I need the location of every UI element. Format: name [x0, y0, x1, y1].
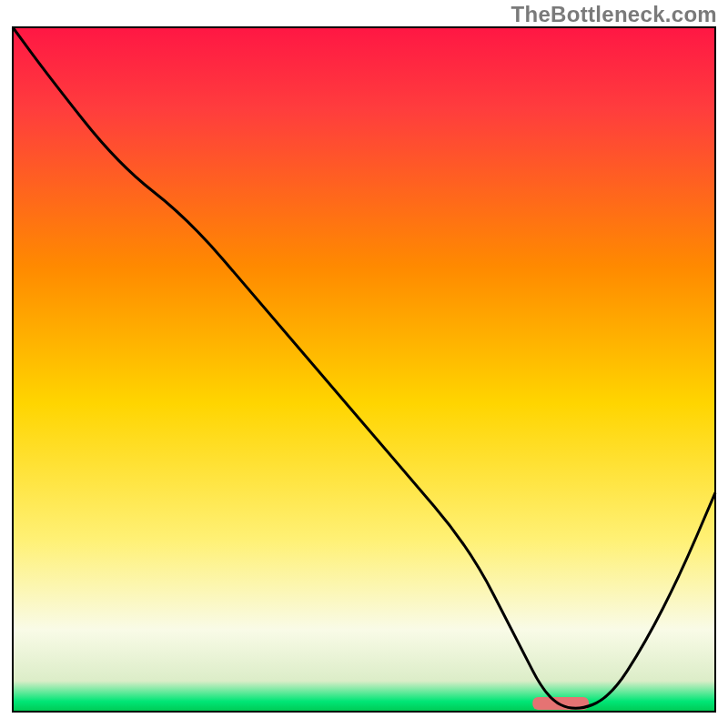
bottleneck-chart	[0, 0, 728, 728]
plot-background	[13, 27, 715, 712]
chart-stage: TheBottleneck.com	[0, 0, 728, 728]
